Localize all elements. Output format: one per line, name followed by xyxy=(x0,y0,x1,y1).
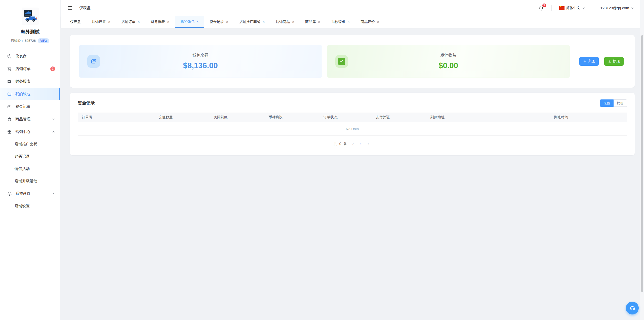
close-icon[interactable] xyxy=(263,20,265,24)
prev-page-button[interactable] xyxy=(351,142,355,146)
tab-dashboard[interactable]: 仪表盘 xyxy=(65,16,86,28)
wallet-balance-panel: 钱包余额 $8,136.00 xyxy=(79,45,322,78)
tab-promo-packages[interactable]: 店铺推广套餐 xyxy=(234,16,270,28)
plus-icon xyxy=(583,60,586,63)
pagination: 共 0 条 1 xyxy=(78,142,627,146)
tab-product-reviews[interactable]: 商品评价 xyxy=(355,16,385,28)
column-header: 币种协议 xyxy=(264,113,319,122)
tab-shop-products[interactable]: 店铺商品 xyxy=(270,16,300,28)
bag-icon xyxy=(7,117,12,122)
tab-label: 商品评价 xyxy=(361,20,375,24)
sidebar-menu: 仪表盘 店铺订单 1 财务报表 我的钱包 资金记录 xyxy=(0,50,60,212)
close-icon[interactable] xyxy=(108,20,110,24)
tab-fund-records[interactable]: 资金记录 xyxy=(204,16,234,28)
tab-finance-reports[interactable]: 财务报表 xyxy=(145,16,175,28)
records-filter-toggle: 充值 提现 xyxy=(600,99,627,107)
top-header: 仪表盘 3 简体中文 123123@qq.com xyxy=(61,0,644,16)
user-email: 123123@qq.com xyxy=(600,6,629,10)
sidebar-item-system-settings[interactable]: 系统设置 xyxy=(0,187,60,200)
menu-fold-icon[interactable] xyxy=(67,5,73,11)
wallet-money-icon xyxy=(87,55,100,68)
scrollbar-thumb[interactable] xyxy=(641,35,643,292)
table-header-row: 订单号 充值数量 实际到账 币种协议 订单状态 支付凭证 到账地址 到账时间 xyxy=(78,113,627,122)
headset-icon xyxy=(629,305,636,311)
tab-label: 仪表盘 xyxy=(70,20,81,24)
chevron-down-icon xyxy=(582,7,585,10)
sidebar-subitem-shop-upgrade-activity[interactable]: 店铺升级活动 xyxy=(0,175,60,187)
gift-icon xyxy=(7,129,12,134)
close-icon[interactable] xyxy=(138,20,140,24)
next-page-button[interactable] xyxy=(366,142,371,146)
divider xyxy=(551,5,552,11)
records-table: 订单号 充值数量 实际到账 币种协议 订单状态 支付凭证 到账地址 到账时间 xyxy=(78,113,627,122)
customer-service-button[interactable] xyxy=(626,302,639,314)
language-selector[interactable]: 简体中文 xyxy=(559,6,585,10)
wallet-icon xyxy=(7,92,12,96)
scrollbar[interactable] xyxy=(640,0,644,320)
filter-withdraw-button[interactable]: 提现 xyxy=(614,99,627,107)
column-header: 订单状态 xyxy=(319,113,372,122)
close-icon[interactable] xyxy=(348,20,350,24)
withdraw-button[interactable]: 提现 xyxy=(604,57,624,66)
sidebar-item-label: 仪表盘 xyxy=(15,54,55,59)
sidebar-subitem-shop-settings[interactable]: 店铺设置 xyxy=(0,200,60,212)
sidebar-subitem-couple-activity[interactable]: 情侣活动 xyxy=(0,163,60,175)
sidebar-item-label: 商品管理 xyxy=(15,117,52,122)
china-flag-icon xyxy=(559,6,565,10)
close-icon[interactable] xyxy=(226,20,228,24)
column-header: 充值数量 xyxy=(155,113,210,122)
tab-product-library[interactable]: 商品库 xyxy=(300,16,326,28)
sidebar-subitem-promo-packages[interactable]: 店铺推广套餐 xyxy=(0,138,60,150)
tab-label: 店铺商品 xyxy=(276,20,290,24)
dashboard-icon xyxy=(7,54,12,59)
finance-report-icon xyxy=(7,79,12,84)
order-count-badge: 1 xyxy=(50,66,55,71)
filter-recharge-button[interactable]: 充值 xyxy=(600,99,614,107)
divider xyxy=(593,5,593,11)
close-icon[interactable] xyxy=(377,20,379,24)
tab-shop-orders[interactable]: 店铺订单 xyxy=(116,16,145,28)
sidebar-item-dashboard[interactable]: 仪表盘 xyxy=(0,50,60,62)
tab-label: 店铺订单 xyxy=(121,20,135,24)
recharge-button[interactable]: 充值 xyxy=(579,57,599,66)
trend-up-icon xyxy=(335,55,348,68)
shop-name: 海外测试 xyxy=(0,29,60,35)
income-label: 累计收益 xyxy=(327,53,570,58)
sidebar-item-fund-records[interactable]: 资金记录 xyxy=(0,100,60,113)
chevron-down-icon xyxy=(631,7,634,10)
breadcrumb: 仪表盘 xyxy=(79,6,91,10)
notification-bell[interactable]: 3 xyxy=(538,5,544,11)
cart-icon xyxy=(7,66,12,71)
tab-label: 资金记录 xyxy=(210,20,224,24)
income-value: $0.00 xyxy=(327,61,570,70)
sidebar-subitem-purchase-records[interactable]: 购买记录 xyxy=(0,150,60,163)
sidebar-item-label: 系统设置 xyxy=(15,191,52,196)
close-icon[interactable] xyxy=(318,20,320,24)
sidebar-item-finance-reports[interactable]: 财务报表 xyxy=(0,75,60,88)
close-icon[interactable] xyxy=(197,20,199,23)
tab-label: 店铺推广套餐 xyxy=(239,20,260,24)
page-number[interactable]: 1 xyxy=(359,142,363,146)
tab-refund-requests[interactable]: 退款请求 xyxy=(326,16,355,28)
sidebar-item-label: 店铺订单 xyxy=(15,66,50,71)
sidebar-item-product-management[interactable]: 商品管理 xyxy=(0,113,60,125)
tab-my-wallet[interactable]: 我的钱包 xyxy=(175,16,204,28)
shop-id-value: 625726 xyxy=(25,39,36,43)
empty-state: No Data xyxy=(78,122,627,136)
close-icon[interactable] xyxy=(167,20,169,24)
tab-shop-settings[interactable]: 店铺设置 xyxy=(86,16,116,28)
sidebar-item-marketing-center[interactable]: 营销中心 xyxy=(0,125,60,138)
recharge-label: 充值 xyxy=(588,59,595,64)
tab-label: 退款请求 xyxy=(331,20,345,24)
tab-label: 店铺设置 xyxy=(92,20,106,24)
sidebar-item-shop-orders[interactable]: 店铺订单 1 xyxy=(0,62,60,75)
user-menu[interactable]: 123123@qq.com xyxy=(600,6,634,10)
notification-count-badge: 3 xyxy=(542,3,546,8)
wallet-summary-card: 钱包余额 $8,136.00 累计收益 $0.00 xyxy=(70,35,635,88)
tab-label: 我的钱包 xyxy=(180,19,194,24)
close-icon[interactable] xyxy=(292,20,294,24)
column-header: 订单号 xyxy=(78,113,155,122)
shop-avatar[interactable] xyxy=(22,8,39,25)
shop-avatar-image xyxy=(22,8,39,25)
sidebar-item-my-wallet[interactable]: 我的钱包 xyxy=(0,88,60,100)
